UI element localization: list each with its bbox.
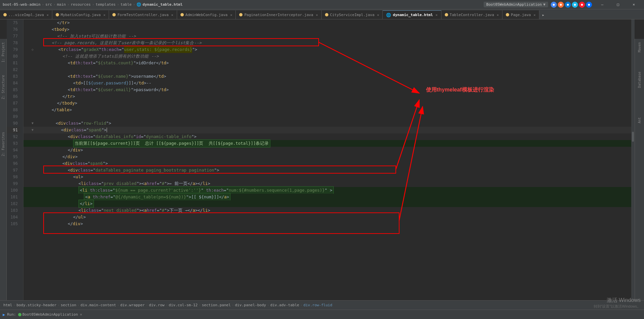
tab-icon-mybatis xyxy=(56,13,59,16)
code-line-101: <a th:href="@{/dynamic_table(pn=${num})}… xyxy=(23,194,635,200)
maximize-button[interactable]: □ xyxy=(610,0,626,9)
code-line-93: 当前第[[${page.current}]]页 总计 [[${page.page… xyxy=(23,140,635,147)
tab-icon-tablecontroller xyxy=(445,13,448,16)
code-editor[interactable]: </tr> <tbody> <!-- 加入stats可以燃贴计数功能 --> xyxy=(23,19,635,300)
bc-row[interactable]: div.row xyxy=(149,303,164,307)
edge-icon[interactable]: ● xyxy=(565,2,571,8)
tab-formtestcontroller[interactable]: FormTestController.java ✕ xyxy=(109,10,177,19)
path-templates: templates xyxy=(96,2,116,7)
line-num-104: 104 xyxy=(7,214,20,220)
code-line-94: </div> xyxy=(23,147,635,153)
tab-icon-page xyxy=(506,13,509,16)
firefox-icon[interactable]: ● xyxy=(558,2,564,8)
line-num-93: 93 xyxy=(7,140,20,147)
line-num-101: 101 xyxy=(7,194,20,200)
line-num-103: 103 xyxy=(7,207,20,214)
bc-panel[interactable]: section.panel xyxy=(202,303,231,307)
code-line-105: </div> xyxy=(23,220,635,227)
line-num-75: 75 xyxy=(7,19,20,26)
scrollbar-thumb[interactable] xyxy=(632,132,634,142)
bc-panel-body[interactable]: div.panel-body xyxy=(235,303,266,307)
tab-close-tablecontroller[interactable]: ✕ xyxy=(497,13,499,17)
bc-body[interactable]: body.sticky-header xyxy=(16,303,56,307)
tab-close-pagination[interactable]: ✕ xyxy=(316,13,318,17)
tab-close-dynamictable[interactable]: ✕ xyxy=(436,13,438,17)
code-line-88: </table> xyxy=(23,107,635,113)
tab-viceimpl[interactable]: ...viceImpl.java ✕ xyxy=(0,10,52,19)
bc-section[interactable]: section xyxy=(61,303,76,307)
close-button[interactable]: ✕ xyxy=(626,0,641,9)
bc-wrapper[interactable]: div.wrapper xyxy=(120,303,145,307)
bc-col[interactable]: div.col-sm-12 xyxy=(169,303,198,307)
line-num-77: 77 xyxy=(7,33,20,40)
code-line-98: <ul> xyxy=(23,174,635,180)
tab-tablecontroller[interactable]: TableController.java ✕ xyxy=(441,10,502,19)
app-name: Boot05WebAdminApplication xyxy=(486,2,542,7)
tab-dynamic-table[interactable]: 🌐 dynamic_table.html ✕ xyxy=(383,10,441,19)
code-line-85: <td th:text="${user.email}">password</td… xyxy=(23,86,635,93)
vertical-scrollbar[interactable] xyxy=(631,19,635,300)
line-num-92: 92 xyxy=(7,133,20,140)
line-num-94: 94 xyxy=(7,147,20,153)
line-numbers: 75 76 77 78 79 80 81 82 83 84 85 86 87 8… xyxy=(7,19,23,300)
tab-icon-pagination xyxy=(239,13,243,16)
window-controls: — □ ✕ xyxy=(595,0,641,9)
run-close-icon[interactable]: ✕ xyxy=(80,312,82,317)
run-icon: ▶ xyxy=(3,312,5,317)
code-line-77: <!-- 加入stats可以燃贴计数功能 --> xyxy=(23,33,635,40)
code-line-76: <tbody> xyxy=(23,26,635,33)
tab-mybatisconfig[interactable]: MybatisConfig.java ✕ xyxy=(52,10,109,19)
line-num-98: 98 xyxy=(7,174,20,180)
bc-adv-table[interactable]: div.adv-table xyxy=(270,303,299,307)
toolbar-icons: ● ● ● ● ● ● xyxy=(551,2,592,8)
bottom-breadcrumb: html › body.sticky-header › section › di… xyxy=(0,300,644,310)
database-panel-tab[interactable]: Database xyxy=(637,70,642,90)
chrome-icon[interactable]: ● xyxy=(551,2,557,8)
safari-icon[interactable]: ● xyxy=(586,2,592,8)
code-line-75: </tr> xyxy=(23,19,635,26)
tab-adminwebconfig[interactable]: AdminWebConfig.java ✕ xyxy=(177,10,236,19)
tab-close-viceimpl[interactable]: ✕ xyxy=(47,13,49,17)
minimize-button[interactable]: — xyxy=(595,0,610,9)
tab-icon-html: 🌐 xyxy=(386,13,391,17)
app-selector[interactable]: Boot05WebAdminApplication ▼ xyxy=(484,2,548,7)
run-app-name[interactable]: Boot05WebAdminApplication xyxy=(18,312,78,317)
tab-close-formtest[interactable]: ✕ xyxy=(171,13,173,17)
path-table: table xyxy=(120,2,131,7)
project-name: boot-05-web-admin xyxy=(3,2,41,7)
maven-panel-tab[interactable]: Maven xyxy=(637,40,642,54)
tab-close-adminweb[interactable]: ✕ xyxy=(230,13,232,17)
tab-page[interactable]: Page.java ✕ xyxy=(502,10,539,19)
project-panel-tab[interactable]: 1: Project xyxy=(1,40,6,64)
tab-close-page[interactable]: ✕ xyxy=(534,13,536,17)
line-num-86: 86 xyxy=(7,93,20,100)
run-status-icon xyxy=(18,313,21,316)
ant-panel-tab[interactable]: Ant xyxy=(637,115,642,125)
title-bar: boot-05-web-admin › src › main › resourc… xyxy=(0,0,644,9)
bc-row-fluid[interactable]: div.row-fluid xyxy=(304,303,332,307)
code-line-91: ▼ <div class="span6"> xyxy=(23,127,635,133)
tab-close-mybatis[interactable]: ✕ xyxy=(103,13,105,17)
ie-icon[interactable]: ● xyxy=(572,2,578,8)
path-resources: resources xyxy=(71,2,91,7)
line-num-88: 88 xyxy=(7,107,20,113)
run-bar: ▶ Run: Boot05WebAdminApplication ✕ xyxy=(0,310,644,319)
filename: dynamic_table.html xyxy=(143,2,182,7)
tab-icon-viceimpl xyxy=(3,13,7,16)
line-num-87: 87 xyxy=(7,100,20,107)
bc-main-content[interactable]: div.main-content xyxy=(80,303,116,307)
tab-close-cityservice[interactable]: ✕ xyxy=(377,13,379,17)
code-line-97: <div class="dataTables_paginate paging_b… xyxy=(23,167,635,174)
bc-html[interactable]: html xyxy=(3,303,12,307)
tab-paginationinterceptor[interactable]: PaginationInnerInterceptor.java ✕ xyxy=(236,10,321,19)
tab-more-button[interactable]: ▸ xyxy=(539,10,547,19)
favorites-panel-tab[interactable]: 2: Favorites xyxy=(1,130,6,158)
opera-icon[interactable]: ● xyxy=(579,2,585,8)
tab-cityserviceimpl[interactable]: CityServiceImpl.java ✕ xyxy=(322,10,383,19)
code-line-80: <!-- 这就是增添了stats后拥有的计数功能 --> xyxy=(23,53,635,60)
line-num-81: 81 xyxy=(7,60,20,66)
path-main: main xyxy=(57,2,66,7)
line-num-95: 95 xyxy=(7,153,20,160)
path-src: src xyxy=(45,2,52,7)
structure-panel-tab[interactable]: Z: Structure xyxy=(1,73,6,101)
